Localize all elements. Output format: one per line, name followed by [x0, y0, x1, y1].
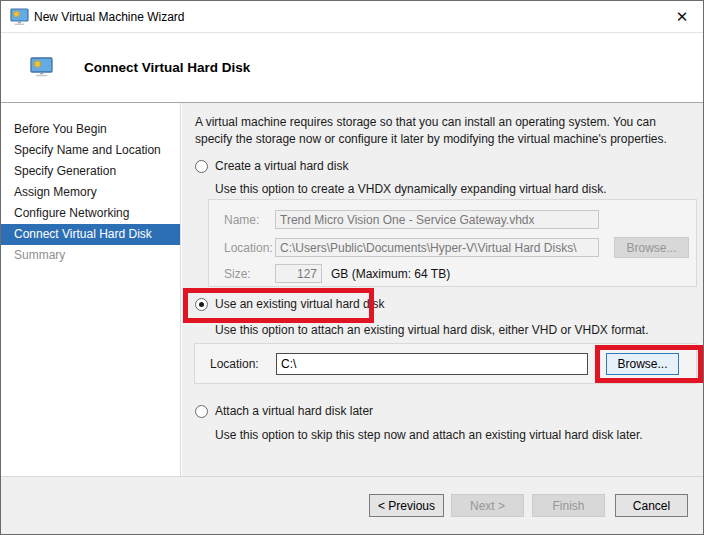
size-field [275, 264, 322, 283]
close-icon[interactable]: ✕ [669, 5, 695, 29]
radio-attach-later-label[interactable]: Attach a virtual hard disk later [215, 404, 373, 418]
page-icon [30, 57, 54, 80]
page-title: Connect Virtual Hard Disk [84, 60, 250, 75]
attach-later-description: Use this option to skip this step now an… [215, 428, 643, 442]
size-maximum-text: GB (Maximum: 64 TB) [331, 267, 450, 281]
location-label-disabled: Location: [224, 241, 273, 255]
radio-create-label[interactable]: Create a virtual hard disk [215, 159, 348, 173]
existing-disk-fieldset: Location: Browse... [194, 343, 697, 384]
name-label: Name: [224, 213, 259, 227]
size-label: Size: [224, 267, 251, 281]
browse-button[interactable]: Browse... [606, 353, 679, 375]
title-bar: New Virtual Machine Wizard ✕ [1, 1, 703, 33]
location-label-active: Location: [210, 357, 259, 371]
radio-use-existing-label[interactable]: Use an existing virtual hard disk [215, 297, 384, 311]
sidebar-item-specify-name-location[interactable]: Specify Name and Location [1, 140, 180, 161]
use-existing-description: Use this option to attach an existing vi… [215, 323, 649, 337]
name-field [275, 210, 599, 229]
sidebar-item-before-you-begin[interactable]: Before You Begin [1, 119, 180, 140]
radio-create-virtual-hard-disk[interactable] [195, 160, 208, 173]
next-button: Next > [451, 494, 524, 517]
sidebar-item-connect-virtual-hard-disk[interactable]: Connect Virtual Hard Disk [1, 224, 180, 245]
wizard-steps-sidebar: Before You Begin Specify Name and Locati… [1, 103, 181, 476]
location-field-disabled [275, 238, 599, 257]
intro-text: A virtual machine requires storage so th… [195, 114, 694, 147]
sidebar-item-specify-generation[interactable]: Specify Generation [1, 161, 180, 182]
previous-button[interactable]: < Previous [369, 494, 444, 517]
wizard-window: New Virtual Machine Wizard ✕ Connect Vir… [0, 0, 704, 535]
finish-button: Finish [532, 494, 605, 517]
app-icon [10, 8, 30, 29]
create-description: Use this option to create a VHDX dynamic… [215, 182, 607, 196]
cancel-button[interactable]: Cancel [615, 494, 688, 517]
sidebar-item-configure-networking[interactable]: Configure Networking [1, 203, 180, 224]
window-title: New Virtual Machine Wizard [34, 10, 185, 24]
sidebar-item-assign-memory[interactable]: Assign Memory [1, 182, 180, 203]
create-disk-fieldset: Name: Location: Browse... Size: GB (Maxi… [208, 199, 697, 287]
location-field-active[interactable] [276, 353, 588, 375]
radio-use-existing-disk[interactable] [195, 298, 208, 311]
sidebar-item-summary: Summary [1, 245, 180, 266]
radio-attach-later[interactable] [195, 405, 208, 418]
browse-button-disabled: Browse... [614, 237, 689, 258]
